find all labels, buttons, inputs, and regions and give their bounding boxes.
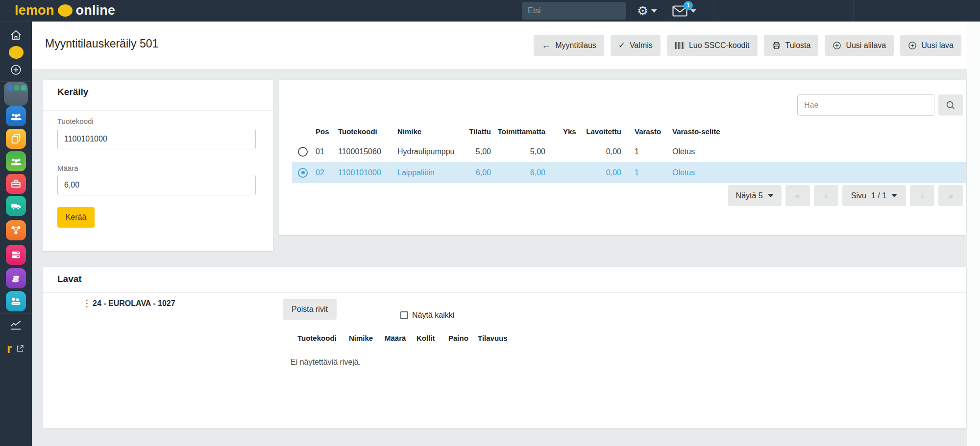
search-icon	[945, 100, 956, 111]
col-varasto: Varasto	[621, 127, 659, 136]
col-tilavuus: Tilavuus	[478, 334, 508, 342]
col-nimike: Nimike	[392, 127, 451, 136]
app-toolbox-red[interactable]	[6, 174, 26, 194]
myyntitilaus-button[interactable]: ← Myyntitilaus	[534, 35, 604, 56]
tuotekoodi-label: Tuotekoodi	[57, 117, 94, 125]
col-lavoitettu: Lavoitettu	[581, 127, 621, 136]
col-toimittamatta: Toimittamatta	[491, 127, 545, 136]
empty-table-message: Ei näytettäviä rivejä.	[291, 358, 361, 367]
poista-rivit-button[interactable]: Poista rivit	[283, 299, 337, 320]
app-window: lemon online ⚙ 1	[0, 0, 980, 446]
keraa-button[interactable]: Kerää	[57, 207, 95, 228]
notification-badge: 1	[684, 1, 693, 10]
order-lines-card: Pos Tuotekoodi Nimike Tilattu Toimittama…	[279, 80, 966, 235]
r-logo: r	[7, 342, 12, 355]
col-maara: Määrä	[385, 334, 406, 342]
col-nimike: Nimike	[349, 334, 373, 342]
app-database-purple[interactable]	[6, 268, 26, 288]
app-truck-teal[interactable]	[6, 196, 26, 216]
row-radio-selected[interactable]	[298, 168, 308, 178]
lavat-card: Lavat ⋮ 24 - EUROLAVA - 1027 Poista rivi…	[43, 267, 966, 428]
show-all-checkbox-row[interactable]: Näytä kaikki	[400, 311, 454, 320]
page-select-button[interactable]: Sivu 1 / 1	[842, 185, 906, 206]
chart-icon[interactable]	[9, 319, 23, 332]
col-yks: Yks	[545, 127, 581, 136]
app-people-blue[interactable]	[6, 106, 26, 126]
pallet-label: 24 - EUROLAVA - 1027	[93, 299, 175, 308]
global-search-input[interactable]	[522, 2, 626, 20]
page-size-button[interactable]: Näytä 5	[728, 185, 782, 206]
home-icon[interactable]	[10, 29, 22, 41]
sidebar-divider	[0, 337, 32, 337]
col-paino: Paino	[448, 334, 468, 342]
sidebar-divider	[0, 313, 32, 314]
last-page-button[interactable]: »	[938, 185, 963, 206]
mini-chart-icon	[21, 85, 26, 91]
uusi-alilava-button[interactable]: Uusi alilava	[825, 35, 894, 56]
envelope-icon[interactable]: 1	[672, 5, 687, 17]
app-people-green[interactable]	[6, 151, 26, 171]
brand-dot-icon[interactable]	[9, 46, 24, 59]
page-title: Myyntitilauskeräily 501	[45, 37, 158, 50]
chevron-down-icon	[768, 194, 774, 197]
app-network-orange[interactable]	[6, 220, 26, 240]
app-copy-yellow[interactable]	[6, 129, 26, 149]
kebab-menu-icon[interactable]: ⋮	[82, 298, 92, 309]
logo-text-online: online	[76, 3, 116, 18]
divider	[43, 292, 966, 293]
messages-menu[interactable]: 1	[672, 0, 696, 22]
checkbox-icon[interactable]	[400, 311, 408, 319]
keraily-title: Keräily	[57, 87, 88, 97]
mini-list-icon	[14, 85, 20, 91]
logo-dot-icon	[58, 4, 73, 17]
arrow-left-icon: ←	[541, 41, 551, 50]
partner-logo-link[interactable]: r	[7, 342, 24, 355]
pagination: Näytä 5 « ‹ Sivu 1 / 1 › »	[728, 185, 963, 206]
gear-icon[interactable]: ⚙	[637, 4, 648, 17]
uusi-lava-button[interactable]: Uusi lava	[900, 35, 961, 56]
next-page-button[interactable]: ›	[910, 185, 934, 206]
prev-page-button[interactable]: ‹	[814, 185, 838, 206]
app-conveyor-cyan[interactable]	[6, 291, 26, 311]
barcode-icon	[675, 42, 685, 49]
table-search-input[interactable]	[797, 94, 934, 116]
first-page-button[interactable]: «	[785, 185, 810, 206]
show-all-label: Näytä kaikki	[412, 311, 454, 320]
valmis-button[interactable]: ✓ Valmis	[611, 35, 661, 56]
topbar-divider	[631, 0, 631, 22]
logo-text-lemon: lemon	[15, 3, 54, 18]
col-tuotekoodi: Tuotekoodi	[336, 127, 392, 136]
col-tilattu: Tilattu	[451, 127, 491, 136]
page-header: Myyntitilauskeräily 501 ← Myyntitilaus ✓…	[32, 22, 967, 69]
chevron-down-icon	[651, 9, 657, 13]
app-server-pink[interactable]	[6, 245, 26, 265]
order-table-header: Pos Tuotekoodi Nimike Tilattu Toimittama…	[292, 125, 966, 138]
settings-menu[interactable]: ⚙	[637, 0, 657, 22]
maara-input[interactable]	[57, 175, 256, 195]
app-logo: lemon online	[15, 3, 115, 18]
tuotekoodi-input[interactable]	[57, 129, 256, 149]
col-pos: Pos	[314, 127, 336, 136]
col-tuotekoodi: Tuotekoodi	[297, 334, 337, 342]
chevron-down-icon	[690, 9, 696, 13]
col-varasto-selite: Varasto-selite	[659, 127, 966, 136]
order-table: Pos Tuotekoodi Nimike Tilattu Toimittama…	[292, 125, 966, 183]
table-row-selected[interactable]: 02 1100101000 Laippaliitin 6,00 6,00 0,0…	[292, 162, 966, 183]
luo-sscc-koodit-button[interactable]: Luo SSCC-koodit	[667, 35, 758, 56]
check-icon: ✓	[618, 41, 625, 49]
sidebar-divider	[0, 361, 32, 361]
sidebar: r	[0, 22, 32, 446]
topbar-divider	[713, 0, 713, 22]
page-scrollbar[interactable]	[967, 22, 980, 446]
lavat-title: Lavat	[57, 274, 82, 284]
topbar: lemon online ⚙ 1	[0, 0, 980, 22]
topbar-divider	[853, 0, 854, 22]
app-group-tile[interactable]	[4, 82, 28, 106]
add-circle-icon[interactable]	[10, 64, 22, 76]
tulosta-button[interactable]: Tulosta	[764, 35, 819, 56]
printer-icon	[772, 41, 781, 50]
row-radio[interactable]	[298, 147, 308, 157]
header-actions: ← Myyntitilaus ✓ Valmis Luo SSCC-koodit	[534, 35, 961, 56]
table-search-button[interactable]	[938, 94, 963, 116]
table-row[interactable]: 01 1100015060 Hydraulipumppu 5,00 5,00 0…	[292, 141, 966, 162]
